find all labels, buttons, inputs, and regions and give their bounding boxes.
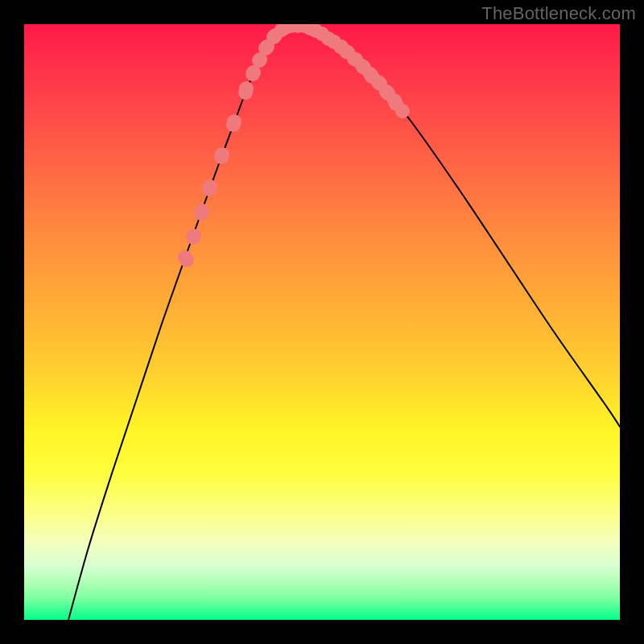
bottleneck-curve [68, 26, 620, 620]
highlight-dot [239, 81, 254, 96]
highlight-dot [195, 204, 209, 218]
highlight-dot [187, 229, 201, 243]
highlight-dot [203, 180, 217, 194]
highlight-dot [215, 147, 229, 162]
watermark-text: TheBottleneck.com [481, 3, 636, 24]
chart-frame: TheBottleneck.com [0, 0, 644, 644]
highlight-dots-right [333, 39, 410, 118]
highlight-dot [395, 104, 410, 118]
highlight-dot [227, 114, 242, 129]
highlight-dots-left [178, 114, 242, 267]
highlight-dots-bottom [238, 24, 341, 100]
curve-layer [24, 24, 620, 620]
highlight-dot [327, 35, 341, 49]
plot-area [24, 24, 620, 620]
highlight-dot [180, 253, 194, 267]
